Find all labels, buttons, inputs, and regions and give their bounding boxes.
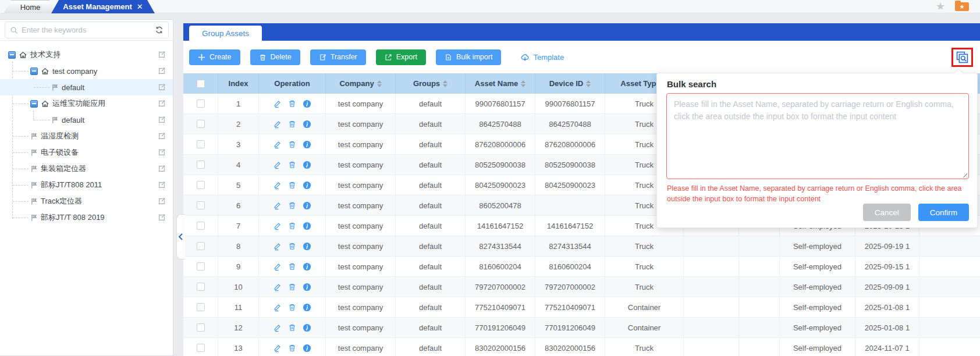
sort-icon[interactable]: [377, 80, 382, 87]
tree-node[interactable]: test company: [0, 63, 173, 79]
tab-asset-management[interactable]: Asset Management✕: [51, 0, 155, 13]
edit-icon[interactable]: [273, 323, 282, 332]
row-checkbox[interactable]: [197, 222, 205, 230]
row-checkbox[interactable]: [197, 161, 205, 169]
col-asset-name[interactable]: Asset Name: [466, 73, 535, 94]
row-checkbox[interactable]: [197, 303, 205, 311]
tree-node[interactable]: 运维宝功能应用: [0, 95, 173, 112]
tree-export-icon[interactable]: [158, 132, 166, 140]
delete-icon[interactable]: [288, 99, 296, 108]
tree-node[interactable]: 技术支持: [0, 47, 173, 63]
cancel-button[interactable]: Cancel: [863, 204, 911, 221]
edit-icon[interactable]: [273, 120, 282, 129]
delete-icon[interactable]: [288, 161, 296, 169]
tree-node[interactable]: default: [0, 79, 173, 95]
favorites-folder-icon[interactable]: ★: [955, 2, 969, 11]
row-checkbox[interactable]: [197, 181, 205, 189]
info-icon[interactable]: [303, 283, 311, 291]
favorite-star-icon[interactable]: ★: [936, 0, 945, 13]
info-icon[interactable]: [303, 262, 311, 271]
tab-home[interactable]: Home: [3, 0, 57, 13]
tree-export-icon[interactable]: [158, 67, 166, 75]
info-icon[interactable]: [303, 140, 311, 149]
info-icon[interactable]: [303, 323, 311, 332]
search-input[interactable]: [22, 26, 151, 34]
row-checkbox[interactable]: [197, 242, 205, 250]
delete-icon[interactable]: [288, 201, 296, 209]
info-icon[interactable]: [303, 181, 311, 190]
tab-group-assets[interactable]: Group Assets: [189, 26, 262, 41]
tree-export-icon[interactable]: [158, 99, 166, 108]
delete-icon[interactable]: [288, 323, 296, 332]
bulk-search-textarea[interactable]: [666, 93, 969, 179]
delete-icon[interactable]: [288, 181, 296, 189]
tree-node[interactable]: 部标JT/T808 2011: [0, 177, 173, 193]
tree-export-icon[interactable]: [158, 83, 166, 91]
row-checkbox[interactable]: [197, 323, 205, 332]
delete-icon[interactable]: [288, 222, 296, 230]
select-all-checkbox[interactable]: [197, 80, 205, 88]
collapse-minus-icon[interactable]: [8, 51, 16, 59]
sidebar-collapse-handle[interactable]: [176, 214, 185, 259]
info-icon[interactable]: [303, 120, 311, 129]
info-icon[interactable]: [303, 222, 311, 230]
col-device-id[interactable]: Device ID: [535, 73, 605, 94]
tree-export-icon[interactable]: [158, 116, 166, 124]
export-button[interactable]: Export: [376, 49, 426, 65]
bulk-search-button[interactable]: [951, 48, 973, 67]
edit-icon[interactable]: [273, 201, 282, 210]
tree-export-icon[interactable]: [158, 165, 166, 173]
sort-icon[interactable]: [586, 80, 591, 87]
tree-export-icon[interactable]: [158, 181, 166, 189]
tree-node[interactable]: Track定位器: [0, 193, 173, 209]
delete-icon[interactable]: [288, 120, 296, 128]
row-checkbox[interactable]: [197, 99, 205, 108]
template-link[interactable]: Template: [520, 52, 564, 62]
row-checkbox[interactable]: [197, 140, 205, 148]
tree-node[interactable]: default: [0, 112, 173, 128]
row-checkbox[interactable]: [197, 344, 205, 352]
collapse-minus-icon[interactable]: [30, 100, 38, 108]
create-button[interactable]: Create: [189, 49, 240, 65]
edit-icon[interactable]: [273, 344, 282, 353]
edit-icon[interactable]: [273, 140, 282, 149]
edit-icon[interactable]: [273, 181, 282, 190]
tree-export-icon[interactable]: [158, 197, 166, 205]
delete-icon[interactable]: [288, 242, 296, 250]
edit-icon[interactable]: [273, 161, 282, 169]
edit-icon[interactable]: [273, 99, 282, 108]
refresh-icon[interactable]: [155, 26, 164, 34]
bulk-import-button[interactable]: Bulk import: [436, 49, 502, 65]
tree-export-icon[interactable]: [158, 51, 166, 59]
edit-icon[interactable]: [273, 303, 282, 312]
info-icon[interactable]: [303, 161, 311, 169]
tree-export-icon[interactable]: [158, 213, 166, 222]
sort-icon[interactable]: [521, 80, 525, 87]
sort-icon[interactable]: [443, 80, 448, 87]
tab-close-icon[interactable]: ✕: [137, 2, 143, 11]
col-company[interactable]: Company: [326, 73, 396, 94]
row-checkbox[interactable]: [197, 120, 205, 128]
confirm-button[interactable]: Confirm: [918, 204, 969, 221]
info-icon[interactable]: [303, 303, 311, 312]
delete-icon[interactable]: [288, 344, 296, 352]
tree-export-icon[interactable]: [158, 148, 166, 156]
tree-node[interactable]: 部标JT/T 808 2019: [0, 209, 173, 226]
row-checkbox[interactable]: [197, 283, 205, 291]
col-groups[interactable]: Groups: [396, 73, 466, 94]
row-checkbox[interactable]: [197, 201, 205, 209]
info-icon[interactable]: [303, 201, 311, 210]
row-checkbox[interactable]: [197, 262, 205, 270]
edit-icon[interactable]: [273, 283, 282, 291]
delete-icon[interactable]: [288, 140, 296, 148]
delete-button[interactable]: Delete: [250, 49, 300, 65]
tree-node[interactable]: 电子锁设备: [0, 144, 173, 161]
info-icon[interactable]: [303, 99, 311, 108]
info-icon[interactable]: [303, 242, 311, 251]
delete-icon[interactable]: [288, 283, 296, 291]
collapse-minus-icon[interactable]: [30, 67, 38, 75]
transfer-button[interactable]: Transfer: [310, 49, 366, 65]
edit-icon[interactable]: [273, 242, 282, 251]
delete-icon[interactable]: [288, 303, 296, 311]
info-icon[interactable]: [303, 344, 311, 353]
